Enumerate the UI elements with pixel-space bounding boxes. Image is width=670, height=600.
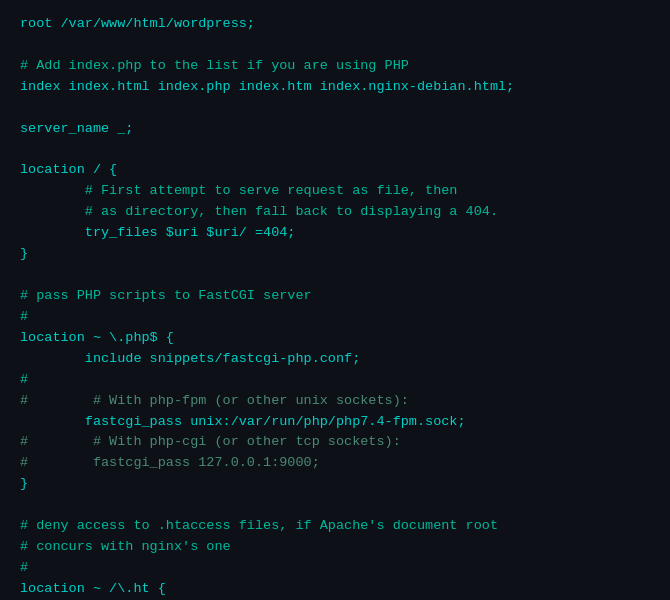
code-line: # Add index.php to the list if you are u… [20, 56, 650, 77]
code-line [20, 98, 650, 119]
code-line: # [20, 370, 650, 391]
code-line: location ~ \.php$ { [20, 328, 650, 349]
code-line [20, 35, 650, 56]
code-content: root /var/www/html/wordpress; # Add inde… [20, 14, 650, 600]
code-line: } [20, 474, 650, 495]
code-line: # fastcgi_pass 127.0.0.1:9000; [20, 453, 650, 474]
code-line: # # With php-fpm (or other unix sockets)… [20, 391, 650, 412]
code-line: index index.html index.php index.htm ind… [20, 77, 650, 98]
code-line: server_name _; [20, 119, 650, 140]
code-line: location / { [20, 160, 650, 181]
code-line: root /var/www/html/wordpress; [20, 14, 650, 35]
code-editor: root /var/www/html/wordpress; # Add inde… [0, 0, 670, 600]
code-line: # as directory, then fall back to displa… [20, 202, 650, 223]
code-line [20, 265, 650, 286]
code-line: location ~ /\.ht { [20, 579, 650, 600]
code-line: # deny access to .htaccess files, if Apa… [20, 516, 650, 537]
code-line [20, 140, 650, 161]
code-line: # First attempt to serve request as file… [20, 181, 650, 202]
code-line [20, 495, 650, 516]
code-line: # [20, 558, 650, 579]
code-line: # [20, 307, 650, 328]
code-line: # # With php-cgi (or other tcp sockets): [20, 432, 650, 453]
code-line: # concurs with nginx's one [20, 537, 650, 558]
code-line: fastcgi_pass unix:/var/run/php/php7.4-fp… [20, 412, 650, 433]
code-line: try_files $uri $uri/ =404; [20, 223, 650, 244]
code-line: } [20, 244, 650, 265]
code-line: # pass PHP scripts to FastCGI server [20, 286, 650, 307]
code-line: include snippets/fastcgi-php.conf; [20, 349, 650, 370]
